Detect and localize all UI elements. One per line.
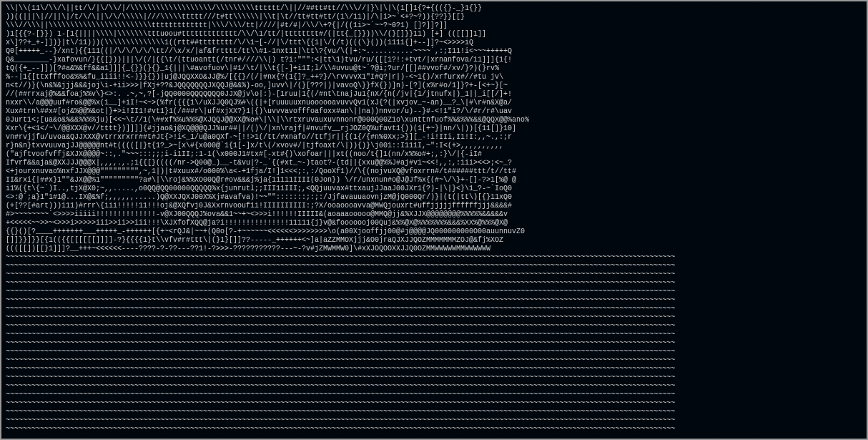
terminal-line: \\|\\(11\/\\/\||tt/\/|\/\\/|/\\\\\\\\\\\… [6, 4, 862, 13]
terminal-line: nxxr\\/a@@@uuf#ro&@@%x(1__]+iI!~<~>(%fr(… [6, 99, 862, 107]
terminal-line: ("ajftvoofvffj&XJX@@@@~::,.″~~~:::;;;i-i… [6, 150, 862, 159]
terminal-line: ~~~~~~~~~~~~~~~~~~~~~~~~~~~~~~~~~~~~~~~~… [6, 296, 862, 305]
terminal-line: <+jourxnuvao%nxfJJX@@@″″″″″″″″″,~,1|)|t#… [6, 167, 862, 176]
terminal-line: ~~~~~~~~~~~~~~~~~~~~~~~~~~~~~~~~~~~~~~~~… [6, 382, 862, 391]
terminal-line: ))((|||\|//||\|/t/\/\||\/\/\\\\\|///\\\\… [6, 13, 862, 21]
terminal-line: Q0[+++++_--}/xnt){{111((|/\/\/\/\/\tt//\… [6, 47, 862, 56]
terminal-line: n<t//)}(\n&%&jjj&&&joj\i-+ii>>>|fXj+??&J… [6, 82, 862, 90]
terminal-line: ~~~~~~~~~~~~~~~~~~~~~~~~~~~~~~~~~~~~~~~~… [6, 348, 862, 356]
terminal-line: II&rxi{|##x}1″″&JX@@%1″″″″″″″″″?a#\|\\ro… [6, 176, 862, 185]
terminal-line: ~~~~~~~~~~~~~~~~~~~~~~~~~~~~~~~~~~~~~~~~… [6, 339, 862, 348]
terminal-line: Q&________-}xafovun/}{{[}))|||\/(/|({\t/… [6, 56, 862, 64]
terminal-line: ~~~~~~~~~~~~~~~~~~~~~~~~~~~~~~~~~~~~~~~~… [6, 399, 862, 408]
terminal-line: Xxr\{+<1</~\/@@XXX@v//tttt})]]]]{#jjao&j… [6, 124, 862, 133]
terminal-line: i1%({t\{~`)I..,tjX@X0;~,,.....,o0QQ@QQ00… [6, 185, 862, 193]
terminal-line: x\]??+_+-]])}|t\/11)))(\\\\\\\\\\\\\\1((… [6, 39, 862, 47]
terminal-line: Xux#trn\##x#[oj&%@@%&ot|}+>i!II1!#vt1}1(… [6, 107, 862, 116]
terminal-line: ~~~~~~~~~~~~~~~~~~~~~~~~~~~~~~~~~~~~~~~~… [6, 270, 862, 279]
terminal-line: \\\//\\\||\\\\\\\\\\\\\\\\\\\\\\\\tttttt… [6, 21, 862, 30]
terminal-line: (+[??[#art)))111)#rrr\{iii!!!!!11!!!oj&@… [6, 202, 862, 210]
terminal-line: ~~~~~~~~~~~~~~~~~~~~~~~~~~~~~~~~~~~~~~~~… [6, 373, 862, 382]
terminal-line: ~~~~~~~~~~~~~~~~~~~~~~~~~~~~~~~~~~~~~~~~… [6, 279, 862, 288]
terminal-line: vn#rvjjfu/uvoa&QJJXXX@vtrrxrxrr##t#Jt{>!… [6, 133, 862, 142]
terminal-line: ~~~~~~~~~~~~~~~~~~~~~~~~~~~~~~~~~~~~~~~~… [6, 288, 862, 296]
terminal-line: ~~~~~~~~~~~~~~~~~~~~~~~~~~~~~~~~~~~~~~~~… [6, 322, 862, 331]
terminal-line: ~~~~~~~~~~~~~~~~~~~~~~~~~~~~~~~~~~~~~~~~… [6, 391, 862, 399]
terminal-line: #>~~~~~~~~´<>>>>iiiii!!!!!!!!!!!!!!-v@XJ… [6, 210, 862, 219]
ascii-terminal: \\|\\(11\/\\/\||tt/\/|\/\\/|/\\\\\\\\\\\… [0, 0, 868, 440]
terminal-line: ~~~~~~~~~~~~~~~~~~~~~~~~~~~~~~~~~~~~~~~~… [6, 253, 862, 262]
terminal-line: ~~~~~~~~~~~~~~~~~~~~~~~~~~~~~~~~~~~~~~~~… [6, 305, 862, 313]
terminal-line: //(##rrxaj@%&&foaj%%v\}<>:. .~,~,?[-jQQ0… [6, 90, 862, 99]
terminal-line: r}n&n}txvvuuvajJJ@@@@@nt#t(((([|}t{1?_>~… [6, 142, 862, 150]
terminal-line: []]}}]}}[{1(({{[[[[[[]]]]-?}{{{{1}t\\vfv… [6, 236, 862, 245]
terminal-line: ~~~~~~~~~~~~~~~~~~~~~~~~~~~~~~~~~~~~~~~~… [6, 313, 862, 322]
terminal-line: {{}()[?____+++++++___+++++_-++++++[{+~<r… [6, 228, 862, 236]
terminal-line: ~~~~~~~~~~~~~~~~~~~~~~~~~~~~~~~~~~~~~~~~… [6, 425, 862, 434]
terminal-line: ~~~~~~~~~~~~~~~~~~~~~~~~~~~~~~~~~~~~~~~~… [6, 356, 862, 365]
terminal-line: ~~~~~~~~~~~~~~~~~~~~~~~~~~~~~~~~~~~~~~~~… [6, 365, 862, 373]
terminal-line: %--|1{[ttxfffoo&%%&fu_iiii!!<-)}}{})|uj@… [6, 73, 862, 82]
terminal-line: <>:@´;a}1″1#1@...IX@&%f;,,,,,,.....)Q@XX… [6, 193, 862, 202]
terminal-line: ~~~~~~~~~~~~~~~~~~~~~~~~~~~~~~~~~~~~~~~~… [6, 408, 862, 416]
terminal-line: ~~~~~~~~~~~~~~~~~~~~~~~~~~~~~~~~~~~~~~~~… [6, 262, 862, 270]
terminal-line: ~~~~~~~~~~~~~~~~~~~~~~~~~~~~~~~~~~~~~~~~… [6, 416, 862, 425]
terminal-line: ((([[])[[}1]]]?__+++~<<<<<<----????-?-??… [6, 245, 862, 253]
terminal-line: tQ({+_--]])[?#a&%&ff&&a1]]]{_{}}(}{}_1{|… [6, 64, 862, 73]
terminal-line: +<<<<<~~>>~<>>>i>>>>>iii>>ii>>iii!!!\XJX… [6, 219, 862, 228]
terminal-line: )1[{{?-[}}) 1-[1{||||\\\\|\\\\\\\tttuoou… [6, 30, 862, 39]
terminal-line: ~~~~~~~~~~~~~~~~~~~~~~~~~~~~~~~~~~~~~~~~… [6, 331, 862, 339]
terminal-line: Ifvrf&&aja&@XXJJJ@@@X|,,,,.,.;1{{[}((((/… [6, 159, 862, 167]
terminal-line: 0Jurt1<;[ua&o&%&&%%%%ju)[<<~\t//1(\##xf%… [6, 116, 862, 124]
